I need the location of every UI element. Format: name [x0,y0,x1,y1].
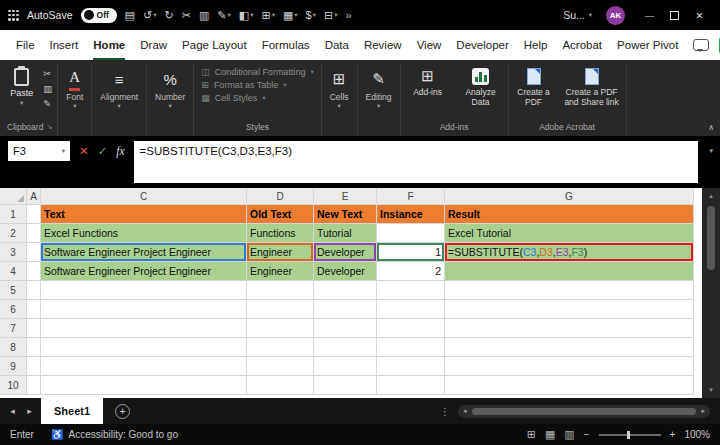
cell-C3[interactable]: Software Engineer Project Engineer [41,243,247,262]
fill-color-button[interactable]: ◧▾ [239,10,254,21]
row-header-7[interactable]: 7 [0,319,27,338]
cell[interactable] [377,281,445,300]
addins-button[interactable]: ⊞ Add-ins [406,66,450,98]
cell[interactable] [247,357,314,376]
menu-item-developer[interactable]: Developer [456,30,508,60]
sheet-nav-prev-icon[interactable]: ◂ [4,406,21,416]
cell[interactable] [27,338,41,357]
cell[interactable] [41,319,247,338]
row-header-3[interactable]: 3 [0,243,27,262]
format-as-table-button[interactable]: ⊞Format as Table▾ [201,80,313,90]
select-all-corner[interactable] [0,188,27,205]
cell-E1[interactable]: New Text [314,205,377,224]
cell-D4[interactable]: Engineer [247,262,314,281]
cell[interactable] [27,281,41,300]
alignment-group-collapsed[interactable]: ≡ Alignment ▾ [92,63,147,136]
cell[interactable] [445,281,694,300]
column-header-D[interactable]: D [247,188,314,205]
cell-F2[interactable] [377,224,445,243]
cell[interactable] [41,281,247,300]
row-header-8[interactable]: 8 [0,338,27,357]
row-header-2[interactable]: 2 [0,224,27,243]
column-header-G[interactable]: G [445,188,694,205]
cell-D3[interactable]: Engineer [247,243,314,262]
cancel-icon[interactable]: ✕ [79,144,89,158]
create-pdf-button[interactable]: Create a PDF [514,66,554,108]
cell[interactable] [41,357,247,376]
restore-button[interactable] [662,0,687,30]
menu-item-view[interactable]: View [417,30,442,60]
comments-icon[interactable] [693,39,709,51]
font-group-collapsed[interactable]: A Font ▾ [58,63,92,136]
create-pdf-share-button[interactable]: Create a PDF and Share link [563,66,621,108]
cell-C1[interactable]: Text [41,205,247,224]
scroll-left-icon[interactable]: ◂ [463,407,467,415]
format-painter-button[interactable]: ✎▾ [217,10,230,21]
enter-icon[interactable]: ✓ [98,144,108,158]
row-header-5[interactable]: 5 [0,281,27,300]
cut-icon[interactable]: ✂ [43,68,52,79]
collapse-ribbon-icon[interactable]: ∧ [708,123,714,132]
analyze-data-button[interactable]: Analyze Data [459,66,503,108]
cell-E3[interactable]: Developer [314,243,377,262]
vertical-scrollbar[interactable]: ▴ ▾ [702,188,720,398]
menu-item-draw[interactable]: Draw [140,30,167,60]
cell[interactable] [445,300,694,319]
cell[interactable] [377,300,445,319]
minimize-button[interactable]: — [637,0,662,30]
cell-G2[interactable]: Excel Tutorial [445,224,694,243]
redo-icon[interactable]: ↻ [164,10,173,21]
zoom-level[interactable]: 100% [684,429,710,440]
cell-C4[interactable]: Software Engineer Project Engineer [41,262,247,281]
zoom-out-button[interactable]: − [584,429,590,440]
paste-button[interactable]: Paste ▾ [7,64,36,108]
column-header-A[interactable]: A [27,188,41,205]
menu-item-review[interactable]: Review [364,30,402,60]
page-break-view-icon[interactable]: ▥ [564,428,574,441]
cell[interactable] [247,281,314,300]
cell[interactable] [247,319,314,338]
formula-input[interactable]: =SUBSTITUTE(C3,D3,E3,F3) [134,141,698,183]
cell[interactable] [314,281,377,300]
save-icon[interactable]: ▤ [125,10,135,21]
currency-button[interactable]: $▾ [306,10,316,21]
cell-G1[interactable]: Result [445,205,694,224]
zoom-slider-knob[interactable] [627,431,630,439]
menu-item-page-layout[interactable]: Page Layout [182,30,247,60]
row-header-1[interactable]: 1 [0,205,27,224]
column-header-C[interactable]: C [41,188,247,205]
cell[interactable] [27,243,41,262]
quick-access-overflow-icon[interactable]: » [345,9,351,21]
cell-D1[interactable]: Old Text [247,205,314,224]
zoom-slider[interactable] [599,434,661,436]
cell-F4[interactable]: 2 [377,262,445,281]
cell-F1[interactable]: Instance [377,205,445,224]
insert-function-icon[interactable]: fx [116,145,124,157]
cell[interactable] [445,357,694,376]
menu-item-formulas[interactable]: Formulas [262,30,310,60]
row-header-6[interactable]: 6 [0,300,27,319]
column-header-E[interactable]: E [314,188,377,205]
cell[interactable] [314,319,377,338]
merge-center-button[interactable]: ▦▾ [283,10,298,21]
scroll-up-icon[interactable]: ▴ [709,191,713,201]
cell[interactable] [314,300,377,319]
menu-item-help[interactable]: Help [524,30,548,60]
sheet-nav-next-icon[interactable]: ▸ [21,406,38,416]
cell[interactable] [377,338,445,357]
page-layout-view-icon[interactable]: ▦ [545,428,555,441]
cell[interactable] [445,319,694,338]
menu-item-acrobat[interactable]: Acrobat [562,30,602,60]
add-sheet-button[interactable]: + [115,404,130,419]
cell[interactable] [377,319,445,338]
cell[interactable] [377,376,445,395]
cell[interactable] [27,300,41,319]
copy-icon[interactable]: ▥ [199,10,209,21]
cell[interactable] [247,376,314,395]
cell-D2[interactable]: Functions [247,224,314,243]
horizontal-scrollbar[interactable]: ◂ ▸ [458,405,710,418]
cell[interactable] [27,357,41,376]
cell[interactable] [27,262,41,281]
cell-G4[interactable] [445,262,694,281]
more-icon[interactable]: ⋮ [432,406,458,417]
